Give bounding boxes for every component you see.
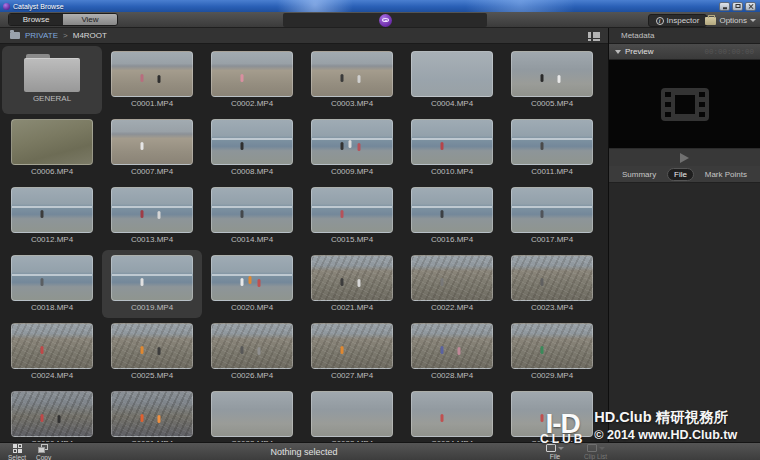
clip-tile[interactable]: C0011.MP4 xyxy=(502,114,602,182)
collapse-icon[interactable] xyxy=(615,50,621,54)
clip-thumbnail[interactable] xyxy=(211,323,293,369)
clip-tile[interactable]: C0001.MP4 xyxy=(102,46,202,114)
clip-thumbnail[interactable] xyxy=(211,119,293,165)
inspector-button[interactable]: i Inspector xyxy=(648,14,707,27)
clip-thumbnail[interactable] xyxy=(211,255,293,301)
folder-icon xyxy=(10,32,20,39)
clip-tile[interactable]: C0016.MP4 xyxy=(402,182,502,250)
folder-tile-general[interactable]: GENERAL xyxy=(2,46,102,114)
clip-thumbnail[interactable] xyxy=(111,187,193,233)
clip-thumbnail[interactable] xyxy=(311,391,393,437)
view-tab[interactable]: View xyxy=(63,14,117,25)
clip-tile[interactable]: C0027.MP4 xyxy=(302,318,402,386)
clip-thumbnail[interactable] xyxy=(411,187,493,233)
clip-tile[interactable]: C0005.MP4 xyxy=(502,46,602,114)
file-button[interactable]: File xyxy=(546,444,564,460)
clip-thumbnail[interactable] xyxy=(411,323,493,369)
clip-tile[interactable]: C0015.MP4 xyxy=(302,182,402,250)
clip-thumbnail[interactable] xyxy=(211,51,293,97)
play-button[interactable] xyxy=(680,153,689,163)
clip-thumbnail[interactable] xyxy=(211,391,293,437)
clip-tile[interactable]: C0003.MP4 xyxy=(302,46,402,114)
clip-tile[interactable]: C0013.MP4 xyxy=(102,182,202,250)
clip-tile[interactable]: C0002.MP4 xyxy=(202,46,302,114)
clip-thumbnail[interactable] xyxy=(311,323,393,369)
maximize-button[interactable] xyxy=(732,2,743,11)
clip-name: C0002.MP4 xyxy=(231,99,273,108)
clip-thumbnail[interactable] xyxy=(111,51,193,97)
clip-name: C0014.MP4 xyxy=(231,235,273,244)
clip-thumbnail[interactable] xyxy=(411,255,493,301)
clip-tile[interactable]: C0008.MP4 xyxy=(202,114,302,182)
clip-tile[interactable]: C0022.MP4 xyxy=(402,250,502,318)
clip-thumbnail[interactable] xyxy=(311,119,393,165)
tab-file[interactable]: File xyxy=(667,168,694,181)
clip-thumbnail[interactable] xyxy=(211,187,293,233)
list-view-toggle-icon[interactable] xyxy=(588,32,600,41)
clip-thumbnail[interactable] xyxy=(11,187,93,233)
person-figure xyxy=(158,347,161,355)
clip-thumbnail[interactable] xyxy=(111,391,193,437)
clip-thumbnail[interactable] xyxy=(11,119,93,165)
options-button[interactable]: Options xyxy=(705,14,756,27)
chevron-down-icon xyxy=(750,19,756,22)
clip-thumbnail[interactable] xyxy=(511,187,593,233)
clip-tile[interactable]: C0021.MP4 xyxy=(302,250,402,318)
clip-tile[interactable]: C0032.MP4 xyxy=(202,386,302,442)
clip-tile[interactable]: C0009.MP4 xyxy=(302,114,402,182)
minimize-button[interactable] xyxy=(719,2,730,11)
clip-tile[interactable]: C0012.MP4 xyxy=(2,182,102,250)
clip-tile[interactable]: C0024.MP4 xyxy=(2,318,102,386)
person-figure xyxy=(258,279,261,287)
tab-mark-points[interactable]: Mark Points xyxy=(699,169,753,180)
clip-tile[interactable]: C0028.MP4 xyxy=(402,318,502,386)
clip-thumbnail[interactable] xyxy=(311,51,393,97)
clip-thumbnail[interactable] xyxy=(511,119,593,165)
person-figure xyxy=(258,347,261,355)
clip-tile[interactable]: C0010.MP4 xyxy=(402,114,502,182)
clip-tile[interactable]: C0023.MP4 xyxy=(502,250,602,318)
clip-thumbnail[interactable] xyxy=(411,119,493,165)
clip-thumbnail[interactable] xyxy=(111,255,193,301)
clip-tile[interactable]: C0020.MP4 xyxy=(202,250,302,318)
breadcrumb: PRIVATE > M4ROOT xyxy=(0,28,608,44)
clip-tile[interactable]: C0019.MP4 xyxy=(102,250,202,318)
preview-header[interactable]: Preview 00:00:00:00 xyxy=(609,44,760,60)
clip-tile[interactable]: C0033.MP4 xyxy=(302,386,402,442)
clip-tile[interactable]: C0018.MP4 xyxy=(2,250,102,318)
clip-tile[interactable]: C0031.MP4 xyxy=(102,386,202,442)
clip-thumbnail[interactable] xyxy=(311,255,393,301)
breadcrumb-root[interactable]: PRIVATE xyxy=(25,31,58,40)
person-figure xyxy=(341,210,344,218)
clip-tile[interactable]: C0004.MP4 xyxy=(402,46,502,114)
clip-thumbnail[interactable] xyxy=(311,187,393,233)
clip-tile[interactable]: C0006.MP4 xyxy=(2,114,102,182)
clip-thumbnail[interactable] xyxy=(411,51,493,97)
clip-name: C0010.MP4 xyxy=(431,167,473,176)
person-figure xyxy=(541,210,544,218)
clip-tile[interactable]: C0025.MP4 xyxy=(102,318,202,386)
clip-thumbnail[interactable] xyxy=(11,391,93,437)
clip-thumbnail[interactable] xyxy=(11,255,93,301)
close-button[interactable] xyxy=(745,2,756,11)
clip-tile[interactable]: C0017.MP4 xyxy=(502,182,602,250)
clip-thumbnail[interactable] xyxy=(111,119,193,165)
clip-tile[interactable]: C0034.MP4 xyxy=(402,386,502,442)
clip-tile[interactable]: C0030.MP4 xyxy=(2,386,102,442)
clip-thumbnail[interactable] xyxy=(411,391,493,437)
clip-tile[interactable]: C0029.MP4 xyxy=(502,318,602,386)
person-figure xyxy=(158,415,161,423)
clip-thumbnail[interactable] xyxy=(511,51,593,97)
clip-thumbnail[interactable] xyxy=(111,323,193,369)
person-figure xyxy=(341,142,344,150)
clip-tile[interactable]: C0014.MP4 xyxy=(202,182,302,250)
clip-tile[interactable]: C0026.MP4 xyxy=(202,318,302,386)
clip-name: C0007.MP4 xyxy=(131,167,173,176)
tab-summary[interactable]: Summary xyxy=(616,169,662,180)
clip-thumbnail[interactable] xyxy=(511,255,593,301)
clip-thumbnail[interactable] xyxy=(511,323,593,369)
clip-list-button[interactable]: Clip List xyxy=(584,444,607,460)
clip-tile[interactable]: C0007.MP4 xyxy=(102,114,202,182)
clip-thumbnail[interactable] xyxy=(11,323,93,369)
browse-tab[interactable]: Browse xyxy=(9,14,63,25)
